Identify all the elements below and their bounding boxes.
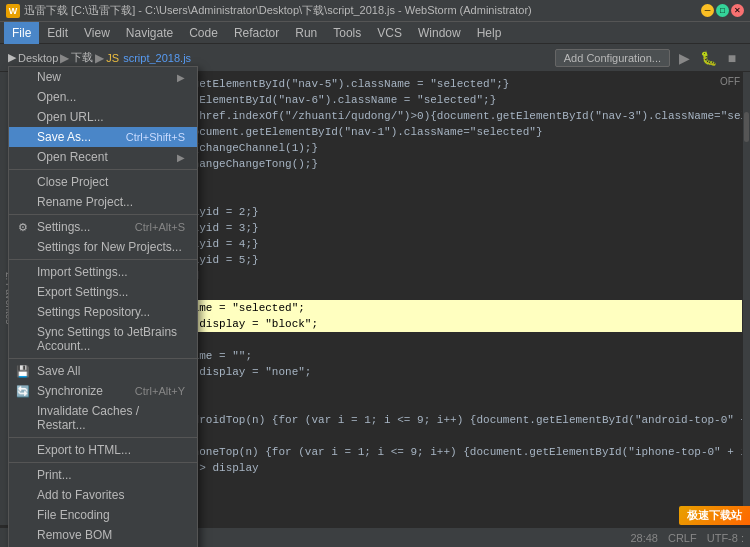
menu-label: Remove BOM <box>37 528 112 542</box>
menu-label: Sync Settings to JetBrains Account... <box>37 325 185 353</box>
menu-label: Export Settings... <box>37 285 128 299</box>
menu-item-export-to-html[interactable]: Export to HTML... <box>9 440 197 460</box>
menu-item-rename-project[interactable]: Rename Project... <box>9 192 197 212</box>
menu-item-settings-repository[interactable]: Settings Repository... <box>9 302 197 322</box>
menu-label: Invalidate Caches / Restart... <box>37 404 185 432</box>
menu-item-navigate[interactable]: Navigate <box>118 22 181 44</box>
watermark: 极速下载站 <box>679 506 750 525</box>
menu-label: Save As... <box>37 130 91 144</box>
run-button[interactable]: ▶ <box>674 48 694 68</box>
menu-label: File Encoding <box>37 508 110 522</box>
menu-item-settings-for-new-projects[interactable]: Settings for New Projects... <box>9 237 197 257</box>
maximize-button[interactable]: □ <box>716 4 729 17</box>
app-icon: W <box>6 4 20 18</box>
menu-label: Settings... <box>37 220 90 234</box>
menu-item-close-project[interactable]: Close Project <box>9 172 197 192</box>
menu-label: New <box>37 70 61 84</box>
breadcrumb-file-label: script_2018.js <box>123 52 191 64</box>
menu-label: Save All <box>37 364 80 378</box>
menu-item-save-as[interactable]: Save As...Ctrl+Shift+S <box>9 127 197 147</box>
menu-label: Close Project <box>37 175 108 189</box>
menu-separator <box>9 259 197 260</box>
menu-item-open-recent[interactable]: Open Recent▶ <box>9 147 197 167</box>
window-controls: ─ □ ✕ <box>701 4 744 17</box>
submenu-arrow-icon: ▶ <box>177 72 185 83</box>
line-ending-status: CRLF <box>668 532 697 544</box>
charset-status: UTF-8 : <box>707 532 744 544</box>
menu-shortcut: Ctrl+Alt+S <box>135 221 185 233</box>
menu-item-file[interactable]: File <box>4 22 39 44</box>
stop-button[interactable]: ■ <box>722 48 742 68</box>
breadcrumb-download[interactable]: 下载 <box>71 50 93 65</box>
menu-item-new[interactable]: New▶ <box>9 67 197 87</box>
menu-item-import-settings[interactable]: Import Settings... <box>9 262 197 282</box>
menu-label: Open URL... <box>37 110 104 124</box>
menu-icon: 🔄 <box>15 385 31 398</box>
menu-label: Settings for New Projects... <box>37 240 182 254</box>
menu-item-invalidate-caches--restart[interactable]: Invalidate Caches / Restart... <box>9 401 197 435</box>
menu-label: Add to Favorites <box>37 488 124 502</box>
menu-separator <box>9 169 197 170</box>
close-button[interactable]: ✕ <box>731 4 744 17</box>
menu-label: Export to HTML... <box>37 443 131 457</box>
menu-item-open[interactable]: Open... <box>9 87 197 107</box>
file-dropdown-menu: New▶Open...Open URL...Save As...Ctrl+Shi… <box>8 66 198 547</box>
breadcrumb-desktop-label: Desktop <box>18 52 58 64</box>
menu-item-run[interactable]: Run <box>287 22 325 44</box>
menu-separator <box>9 358 197 359</box>
menu-separator <box>9 462 197 463</box>
menu-item-refactor[interactable]: Refactor <box>226 22 287 44</box>
breadcrumb-download-label: 下载 <box>71 50 93 65</box>
menu-icon: 💾 <box>15 365 31 378</box>
menu-item-settings[interactable]: ⚙Settings...Ctrl+Alt+S <box>9 217 197 237</box>
menu-item-edit[interactable]: Edit <box>39 22 76 44</box>
menu-item-code[interactable]: Code <box>181 22 226 44</box>
menu-item-open-url[interactable]: Open URL... <box>9 107 197 127</box>
menu-label: Settings Repository... <box>37 305 150 319</box>
submenu-arrow-icon: ▶ <box>177 152 185 163</box>
menu-item-add-to-favorites[interactable]: Add to Favorites <box>9 485 197 505</box>
menu-label: Rename Project... <box>37 195 133 209</box>
breadcrumb-sep-1: ▶ <box>60 51 69 65</box>
menu-item-help[interactable]: Help <box>469 22 510 44</box>
menu-shortcut: Ctrl+Shift+S <box>126 131 185 143</box>
debug-button[interactable]: 🐛 <box>698 48 718 68</box>
breadcrumb-desktop[interactable]: ▶ Desktop <box>8 51 58 64</box>
menu-label: Open Recent <box>37 150 108 164</box>
title-bar: W 迅雷下载 [C:\迅雷下载] - C:\Users\Administrato… <box>0 0 750 22</box>
menu-item-synchronize[interactable]: 🔄SynchronizeCtrl+Alt+Y <box>9 381 197 401</box>
menu-label: Synchronize <box>37 384 103 398</box>
menu-item-tools[interactable]: Tools <box>325 22 369 44</box>
scrollbar-thumb[interactable] <box>744 112 749 142</box>
menu-label: Print... <box>37 468 72 482</box>
menu-icon: ⚙ <box>15 221 31 234</box>
menu-label: Open... <box>37 90 76 104</box>
breadcrumb-file[interactable]: JS script_2018.js <box>106 52 191 64</box>
menu-item-remove-bom[interactable]: Remove BOM <box>9 525 197 545</box>
menu-separator <box>9 437 197 438</box>
editor-scrollbar[interactable] <box>742 72 750 525</box>
menu-label: Import Settings... <box>37 265 128 279</box>
add-configuration-button[interactable]: Add Configuration... <box>555 49 670 67</box>
menu-bar: FileEditViewNavigateCodeRefactorRunTools… <box>0 22 750 44</box>
js-file-icon: JS <box>106 52 119 64</box>
minimize-button[interactable]: ─ <box>701 4 714 17</box>
menu-item-export-settings[interactable]: Export Settings... <box>9 282 197 302</box>
breadcrumb-sep-2: ▶ <box>95 51 104 65</box>
menu-item-file-encoding[interactable]: File Encoding <box>9 505 197 525</box>
menu-item-window[interactable]: Window <box>410 22 469 44</box>
status-bar-right: 28:48CRLFUTF-8 : <box>630 532 744 544</box>
breadcrumb: ▶ Desktop ▶ 下载 ▶ JS script_2018.js <box>8 50 551 65</box>
menu-item-save-all[interactable]: 💾Save All <box>9 361 197 381</box>
line-column-status: 28:48 <box>630 532 658 544</box>
menu-item-print[interactable]: Print... <box>9 465 197 485</box>
menu-shortcut: Ctrl+Alt+Y <box>135 385 185 397</box>
menu-item-view[interactable]: View <box>76 22 118 44</box>
menu-item-sync-settings-to-jetbrains-account[interactable]: Sync Settings to JetBrains Account... <box>9 322 197 356</box>
window-title: 迅雷下载 [C:\迅雷下载] - C:\Users\Administrator\… <box>24 3 701 18</box>
menu-item-vcs[interactable]: VCS <box>369 22 410 44</box>
menu-separator <box>9 214 197 215</box>
